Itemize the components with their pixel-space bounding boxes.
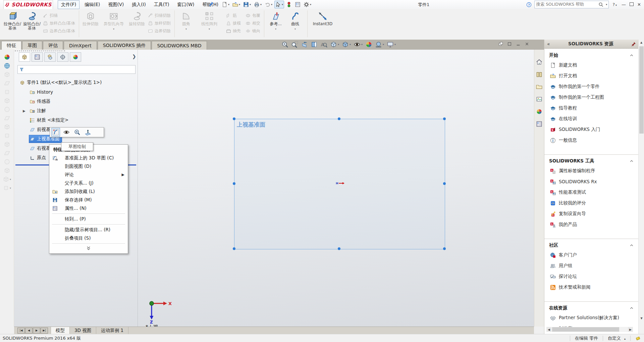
menu-item-4[interactable]: 工具(T) xyxy=(151,1,172,9)
panel-divider[interactable] xyxy=(138,50,138,327)
left-toolbar-button-14[interactable]: ▾ xyxy=(3,176,11,183)
display-style-button[interactable]: ▾ xyxy=(341,41,351,48)
ribbon-button-revolve[interactable]: 旋转凸台/基体 xyxy=(22,10,42,39)
fm-tab-dimxpert-target[interactable] xyxy=(57,52,68,62)
previous-view-button[interactable] xyxy=(301,41,308,48)
scrollbar-thumb[interactable] xyxy=(552,327,619,332)
taskpane-link[interactable]: SRxSOLIDWORKS Rx xyxy=(544,176,638,187)
win-close-icon[interactable] xyxy=(524,41,530,47)
ribbon-button-shell[interactable]: 抽壳 xyxy=(225,28,242,34)
minimize-button[interactable]: — xyxy=(621,2,627,7)
taskpane-link[interactable]: 客户门户 xyxy=(544,250,638,260)
last-tab-button[interactable]: ▶| xyxy=(41,328,48,334)
taskpane-link[interactable]: SRx性能基准测试 xyxy=(544,187,638,198)
taskpane-link[interactable]: 比较我的评分 xyxy=(544,198,638,208)
restore-button[interactable] xyxy=(630,2,634,7)
context-menu-item-3[interactable]: 父子关系... (J) xyxy=(49,179,128,187)
left-toolbar-button-0[interactable] xyxy=(4,54,10,60)
scroll-down-icon[interactable]: ▼ xyxy=(639,317,644,320)
dropdown-arrow-icon[interactable]: ▾ xyxy=(294,27,296,31)
left-toolbar-button-4[interactable] xyxy=(4,89,10,95)
taskpane-tab-view-palette[interactable] xyxy=(535,95,543,103)
panel-expand-chevron-icon[interactable]: ❯ xyxy=(132,54,136,59)
taskpane-tab-custom-properties[interactable] xyxy=(535,120,543,128)
left-toolbar-button-15[interactable]: ▾ xyxy=(3,185,11,191)
ribbon-button-boss-extrude[interactable]: 拉伸凸台/基体 xyxy=(3,10,22,39)
taskpane-link[interactable]: 打开文档 xyxy=(544,70,638,81)
new-document-button[interactable]: ▾ xyxy=(221,1,230,8)
taskpane-link[interactable]: SSOLIDWORKS 入门 xyxy=(544,124,638,135)
open-document-button[interactable]: ▾ xyxy=(231,1,241,8)
scroll-right-icon[interactable]: ▶ xyxy=(628,327,633,332)
search-icon[interactable] xyxy=(598,2,603,7)
customize-button[interactable]: 自定义▴ xyxy=(608,335,626,341)
left-toolbar-button-7[interactable] xyxy=(4,115,10,121)
search-dropdown-icon[interactable]: ▾ xyxy=(606,3,607,6)
dropdown-arrow-icon[interactable]: ▾ xyxy=(282,3,283,6)
dropdown-arrow-icon[interactable]: ▾ xyxy=(10,178,11,181)
dropdown-arrow-icon[interactable]: ▾ xyxy=(350,43,351,46)
left-toolbar-button-3[interactable] xyxy=(4,80,10,87)
taskpane-link[interactable]: Partner Solutions(解决方案) xyxy=(544,312,638,323)
dropdown-arrow-icon[interactable]: ▾ xyxy=(361,43,363,46)
menu-item-2[interactable]: 视图(V) xyxy=(105,1,127,9)
help-menu-button[interactable]: ?▾ xyxy=(611,2,618,7)
next-tab-button[interactable]: ▶ xyxy=(33,328,40,334)
model-tab-2[interactable]: 运动算例 1 xyxy=(96,327,128,334)
fm-tab-properties[interactable] xyxy=(32,52,43,62)
plane-handle[interactable] xyxy=(233,247,235,250)
win-cascade-icon[interactable] xyxy=(498,41,503,47)
scrollbar-thumb[interactable] xyxy=(639,46,644,134)
dropdown-arrow-icon[interactable]: ▾ xyxy=(250,3,251,6)
taskpane-tab-design-library[interactable] xyxy=(535,70,543,78)
tree-filter-input[interactable] xyxy=(17,65,136,74)
horizontal-scrollbar[interactable]: ◀ ▶ xyxy=(546,327,633,332)
taskpane-link[interactable]: 探讨论坛 xyxy=(544,271,638,282)
hide-show-items-button[interactable]: ▾ xyxy=(353,41,363,48)
search-input[interactable]: 搜索 SOLIDWORKS 帮助 ▾ xyxy=(534,1,609,8)
fm-tab-configurations[interactable] xyxy=(44,52,56,62)
plane-handle[interactable] xyxy=(338,117,340,120)
menu-item-0[interactable]: 文件(F) xyxy=(58,0,79,9)
dropdown-arrow-icon[interactable]: ▾ xyxy=(383,43,384,46)
undo-button[interactable]: ▾ xyxy=(264,1,273,8)
dropdown-arrow-icon[interactable]: ▾ xyxy=(310,3,311,6)
ribbon-button-cut-extrude[interactable]: 拉伸切除 xyxy=(81,10,100,39)
fm-tab-appearances-sphere[interactable] xyxy=(70,52,81,62)
taskpane-link[interactable]: 制作我的第一个工程图 xyxy=(544,92,638,103)
collapse-chevron-icon[interactable] xyxy=(630,53,634,57)
zoom-to-fit-button[interactable] xyxy=(281,41,289,48)
menu-item-1[interactable]: 编辑(E) xyxy=(82,1,103,9)
command-tab-0[interactable]: 特征 xyxy=(1,41,21,50)
tag-icon[interactable] xyxy=(635,336,641,341)
left-toolbar-button-12[interactable] xyxy=(4,158,10,165)
ribbon-button-boundary[interactable]: 边界凸台/基体 xyxy=(42,28,76,34)
ribbon-button-reference-geometry[interactable]: 参考...▾ xyxy=(266,10,285,39)
zoom-to-area-button[interactable] xyxy=(291,41,299,48)
left-toolbar-button-1[interactable] xyxy=(4,62,10,69)
model-tab-0[interactable]: 模型 xyxy=(51,327,70,334)
first-tab-button[interactable]: |◀ xyxy=(17,328,25,334)
collapse-chevron-icon[interactable] xyxy=(630,243,634,247)
section-view-button[interactable] xyxy=(310,41,318,48)
menu-item-5[interactable]: 窗口(W) xyxy=(174,1,197,9)
ribbon-button-fillet[interactable]: 圆角▾ xyxy=(176,10,196,39)
ribbon-button-loft-cut[interactable]: 放样切割 xyxy=(147,20,172,27)
expand-menu-chevron-icon[interactable] xyxy=(49,245,128,252)
dropdown-arrow-icon[interactable]: ▾ xyxy=(239,3,240,6)
left-toolbar-button-9[interactable] xyxy=(4,132,10,139)
ribbon-button-curves[interactable]: 曲线▾ xyxy=(285,10,305,39)
normal-to-button[interactable] xyxy=(84,128,92,137)
taskpane-tab-appearances-sphere[interactable] xyxy=(535,107,543,115)
left-toolbar-button-6[interactable] xyxy=(4,106,10,113)
options-gear-button[interactable]: ▾ xyxy=(303,1,312,8)
dropdown-arrow-icon[interactable]: ▾ xyxy=(10,187,11,190)
taskpane-link[interactable]: 指导教程 xyxy=(544,103,638,113)
annotation-visibility-button[interactable]: A xyxy=(320,41,328,48)
taskpane-link[interactable]: 用户组 xyxy=(544,260,638,271)
ribbon-button-draft[interactable]: 拔模 xyxy=(225,20,242,27)
ribbon-button-rib[interactable]: 筋 xyxy=(225,12,242,19)
plane-handle[interactable] xyxy=(443,182,446,185)
view-settings-button[interactable]: ▾ xyxy=(386,41,396,48)
collapse-chevron-icon[interactable] xyxy=(630,306,634,310)
